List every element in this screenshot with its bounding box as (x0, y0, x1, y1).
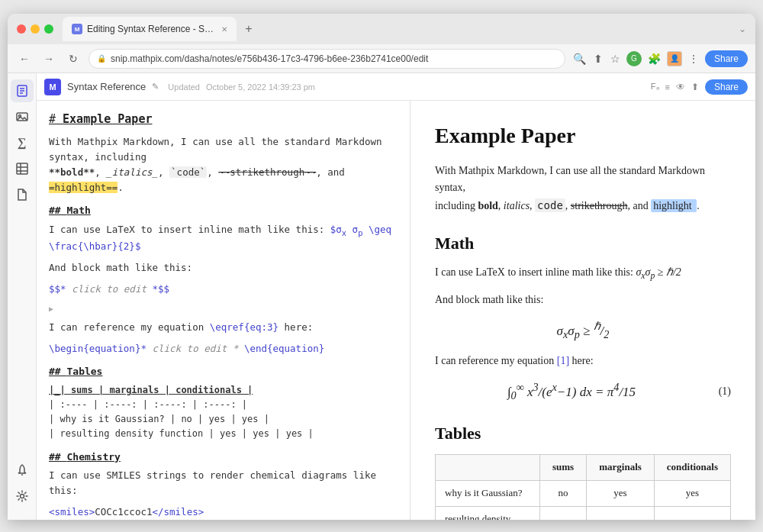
smiles-close: </smiles> (152, 506, 204, 517)
extensions-icon[interactable]: 🧩 (646, 51, 662, 66)
reload-button[interactable]: ↻ (64, 50, 82, 68)
new-tab-button[interactable]: + (240, 20, 258, 38)
editor-h2-tables: ## Tables (49, 366, 102, 377)
tab-bar: M Editing Syntax Reference - Sn… ✕ + ⌄ (63, 14, 746, 44)
editor-collapse-arrow: ▶ (49, 303, 398, 315)
table-cell-conditionals2: yes (654, 506, 730, 520)
table-th-marginals: marginals (587, 455, 655, 481)
sidebar-item-file[interactable] (11, 183, 34, 206)
preview-math-intro-text: I can use LaTeX to insert inline math li… (435, 266, 636, 278)
chrome-menu-icon[interactable]: ⋮ (687, 51, 700, 66)
table-th-sums: sums (540, 455, 587, 481)
table-cell-sums1: no (540, 480, 587, 506)
sidebar-item-formula[interactable]: ∑ (11, 131, 34, 154)
intro-text: With Mathpix Markdown, I can use all the… (49, 136, 382, 163)
math-intro-text: I can use LaTeX to insert inline math li… (49, 224, 324, 235)
close-button[interactable] (17, 24, 26, 34)
preview-block-math-2: ∫0∞ x3/(ex−1) dx = π4/15 (1) (435, 379, 731, 405)
tab-close-button[interactable]: ✕ (221, 25, 227, 34)
url-bar[interactable]: 🔒 snip.mathpix.com/dasha/notes/e756b436-… (89, 49, 565, 69)
table-cell-label2: resulting density function (436, 506, 540, 520)
editor-h2-chemistry: ## Chemistry (49, 451, 121, 463)
search-icon[interactable]: 🔍 (571, 51, 588, 66)
preview-italic: italics (504, 200, 530, 211)
math-display-1: σxσp ≥ ℏ/2 (557, 324, 610, 338)
back-button[interactable]: ← (15, 50, 34, 68)
editor-chem-intro: I can use SMILES strings to render chemi… (49, 468, 398, 498)
eq-ref-text: I can reference my equation (49, 321, 204, 333)
forward-button[interactable]: → (40, 50, 58, 68)
preview-block-math-label: And block math like this: (435, 292, 731, 308)
font-size-icon[interactable]: Fₐ (651, 82, 659, 92)
share-header-button[interactable]: Share (705, 79, 748, 95)
active-tab[interactable]: M Editing Syntax Reference - Sn… ✕ (63, 17, 237, 41)
editor-table-sep: | :---- | :----: | :----: | :----: | (49, 398, 398, 412)
editor-block-math-click[interactable]: $$* click to edit *$$ (49, 282, 398, 297)
bookmark-icon[interactable]: ☆ (609, 51, 622, 66)
preview-eq-ref-para: I can reference my equation [1] here: (435, 353, 731, 369)
editor-table-header: |_| sums | marginals | conditionals | (49, 383, 398, 398)
maximize-button[interactable] (44, 24, 53, 34)
eq-ref-end: here: (285, 321, 314, 333)
preview-strike: strikethrough (571, 200, 628, 211)
eq-ref-cmd: \eqref{eq:3} (210, 321, 278, 333)
editor-h2-chemistry-block: ## Chemistry (49, 450, 398, 466)
sidebar-item-settings[interactable] (11, 485, 34, 508)
export-icon[interactable]: ⬆ (691, 82, 699, 92)
image-icon (16, 111, 28, 123)
table-icon (16, 163, 28, 175)
address-actions: 🔍 ⬆ ☆ G 🧩 👤 ⋮ Share (571, 50, 748, 67)
table-row: why is it Gaussian? no yes yes (436, 480, 731, 506)
h2-math-text: Math (66, 205, 90, 216)
profile-icon[interactable]: G (626, 51, 642, 66)
editor-eq-block[interactable]: \begin{equation}* click to edit * \end{e… (49, 341, 398, 356)
editor-h2-tables-block: ## Tables (49, 364, 398, 380)
table-cell-sums2: yes (540, 506, 587, 520)
smiles-code: COCc1ccoc1 (95, 506, 152, 517)
preview-table: sums marginals conditionals why is it Ga… (435, 454, 731, 520)
equation-number: (1) (719, 383, 731, 400)
svg-point-11 (20, 495, 24, 498)
editor-table-row1: | why is it Gaussian? | no | yes | yes | (49, 412, 398, 427)
upload-icon[interactable]: ⬆ (592, 51, 604, 66)
table-cell-label1: why is it Gaussian? (436, 480, 540, 506)
preview-intro-text1: With Mathpix Markdown, I can use all the… (435, 165, 705, 193)
preview-pane: Example Paper With Mathpix Markdown, I c… (410, 101, 755, 520)
settings-icon (16, 490, 28, 502)
tab-favicon: M (72, 24, 82, 34)
header-actions: Fₐ ≡ 👁 ⬆ Share (651, 79, 748, 95)
italic-example: _italics_ (106, 166, 158, 178)
bold-example: **bold** (49, 166, 95, 178)
sidebar-item-image[interactable] (11, 105, 34, 128)
lock-icon: 🔒 (97, 54, 106, 63)
minimize-button[interactable] (31, 24, 40, 34)
breadcrumb: Syntax Reference (67, 81, 146, 92)
sidebar-item-notifications[interactable] (11, 459, 34, 482)
edit-icon[interactable]: ✎ (152, 82, 159, 92)
editor-h1: # Example Paper (49, 112, 152, 126)
mathpix-logo: M (44, 79, 61, 95)
browser-menu-button[interactable]: ⌄ (739, 24, 746, 34)
sidebar-item-document[interactable] (11, 79, 34, 102)
updated-date: October 5, 2022 14:39:23 pm (206, 82, 315, 92)
editor-h2-math: ## Math (49, 205, 91, 216)
preview-h2-tables: Tables (435, 420, 731, 447)
block-math-click: $$* click to edit *$$ (49, 283, 169, 295)
editor-pane[interactable]: # Example Paper With Mathpix Markdown, I… (37, 101, 410, 520)
preview-math-intro: I can use LaTeX to insert inline math li… (435, 264, 731, 283)
table-th-conditionals: conditionals (654, 455, 730, 481)
format-icon[interactable]: ≡ (665, 82, 670, 92)
table-cell-marginals1: yes (587, 480, 655, 506)
bell-icon (16, 464, 28, 476)
browser-titlebar: M Editing Syntax Reference - Sn… ✕ + ⌄ (8, 14, 755, 44)
preview-eq-ref-text: I can reference my equation (435, 355, 554, 366)
h1-text: Example Paper (63, 112, 152, 126)
view-icon[interactable]: 👁 (676, 82, 685, 92)
preview-h1: Example Paper (435, 119, 731, 153)
preview-eq-ref-num: [1] (557, 355, 569, 366)
sidebar-item-table[interactable] (11, 157, 34, 180)
sidebar: ∑ (8, 73, 37, 520)
share-button[interactable]: Share (705, 50, 748, 67)
profile2-icon[interactable]: 👤 (667, 51, 682, 66)
address-bar: ← → ↻ 🔒 snip.mathpix.com/dasha/notes/e75… (8, 44, 755, 73)
